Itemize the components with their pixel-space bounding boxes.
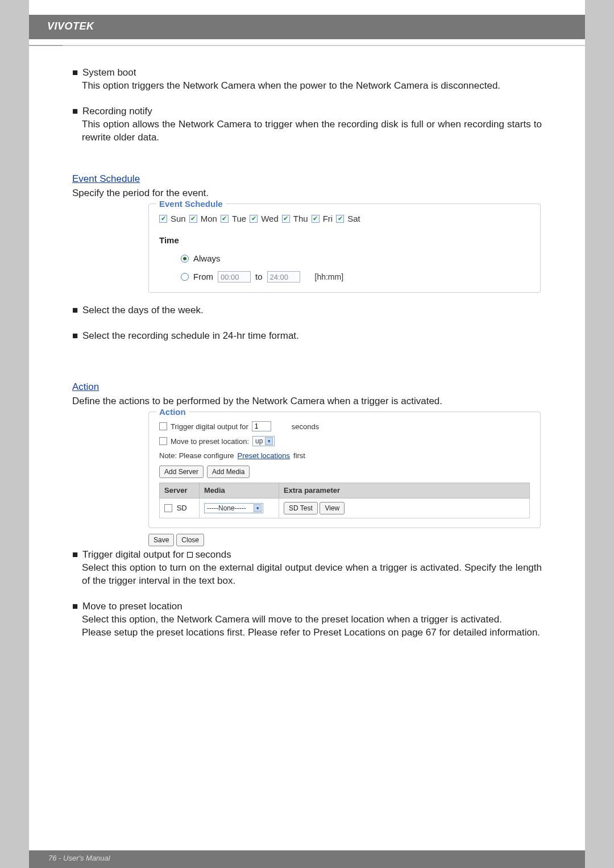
col-media: Media: [200, 483, 279, 499]
recording-notify-desc: This option allows the Network Camera to…: [82, 118, 542, 144]
trigger-output-label-a: Trigger digital output for: [171, 422, 248, 432]
checkbox-fri[interactable]: [312, 215, 320, 223]
row-media-value: -----None-----: [207, 504, 246, 513]
preset-note-b: first: [293, 451, 305, 461]
content-area: ■ System boot This option triggers the N…: [29, 46, 585, 639]
select-schedule-text: Select the recording schedule in 24-hr t…: [82, 330, 299, 343]
checkbox-sd[interactable]: [164, 504, 172, 512]
checkbox-trigger-output[interactable]: [159, 422, 167, 430]
save-close-row: Save Close: [148, 534, 542, 546]
action-heading: Action: [72, 381, 542, 394]
checkbox-sun[interactable]: [159, 215, 167, 223]
view-button[interactable]: View: [320, 502, 345, 514]
action-panel: Action Trigger digital output for second…: [148, 412, 541, 528]
sd-test-button[interactable]: SD Test: [284, 502, 318, 514]
event-schedule-legend: Event Schedule: [156, 198, 226, 210]
bullet-icon: ■: [72, 105, 78, 118]
to-label: to: [255, 271, 263, 283]
preset-locations-link[interactable]: Preset locations: [238, 451, 291, 461]
checkbox-mon[interactable]: [189, 215, 197, 223]
checkbox-tue[interactable]: [221, 215, 229, 223]
trigger-bullet-b: seconds: [195, 549, 231, 560]
footer-text: 76 - User's Manual: [48, 854, 110, 862]
close-button[interactable]: Close: [176, 534, 204, 546]
trigger-bullet-a: Trigger digital output for: [82, 549, 187, 560]
bullet-select-schedule: ■ Select the recording schedule in 24-hr…: [72, 330, 542, 343]
preset-note-a: Note: Please configure: [159, 451, 234, 461]
radio-always-row: Always: [181, 253, 530, 264]
move-bullet-desc-b: Please setup the preset locations first.…: [82, 626, 542, 639]
bullet-select-days: ■ Select the days of the week.: [72, 304, 542, 317]
radio-always[interactable]: [181, 255, 189, 263]
bullet-icon: ■: [72, 600, 78, 613]
add-server-button[interactable]: Add Server: [159, 466, 204, 478]
row-server-text: SD: [177, 504, 187, 512]
event-schedule-heading: Event Schedule: [72, 173, 542, 186]
day-sun: Sun: [171, 213, 186, 225]
bullet-recording-notify: ■ Recording notify This option allows th…: [72, 105, 542, 144]
trigger-output-row: Trigger digital output for seconds: [159, 421, 530, 431]
radio-from-row: From to [hh:mm]: [181, 271, 530, 283]
move-preset-label: Move to preset location:: [171, 437, 249, 447]
day-sat: Sat: [347, 213, 360, 225]
move-preset-row: Move to preset location: up ▾: [159, 436, 530, 446]
move-bullet-title: Move to preset location: [82, 600, 182, 613]
select-days-text: Select the days of the week.: [82, 304, 204, 317]
event-schedule-panel: Event Schedule Sun Mon Tue Wed Thu Fri S…: [148, 203, 541, 293]
time-label: Time: [159, 235, 530, 246]
action-table: Server Media Extra parameter SD -----: [159, 483, 530, 518]
bullet-system-boot: ■ System boot This option triggers the N…: [72, 67, 542, 93]
event-schedule-intro: Specify the period for the event.: [72, 187, 542, 200]
chevron-down-icon: ▾: [265, 437, 273, 445]
system-boot-title: System boot: [82, 67, 136, 80]
empty-box-icon: [187, 552, 193, 558]
day-tue: Tue: [232, 213, 246, 225]
page-footer: 76 - User's Manual: [29, 850, 585, 868]
day-fri: Fri: [323, 213, 333, 225]
move-preset-select[interactable]: up ▾: [252, 436, 275, 446]
checkbox-thu[interactable]: [282, 215, 290, 223]
add-media-button[interactable]: Add Media: [207, 466, 250, 478]
trigger-output-label-b: seconds: [292, 422, 319, 432]
system-boot-desc: This option triggers the Network Camera …: [82, 80, 542, 93]
radio-from[interactable]: [181, 273, 189, 281]
day-thu: Thu: [293, 213, 308, 225]
bullet-move-preset: ■ Move to preset location Select this op…: [72, 600, 542, 639]
preset-note-row: Note: Please configure Preset locations …: [159, 451, 530, 461]
checkbox-move-preset[interactable]: [159, 437, 167, 445]
radio-always-label: Always: [193, 253, 221, 264]
bullet-icon: ■: [72, 304, 78, 317]
bullet-trigger-output: ■ Trigger digital output for seconds Sel…: [72, 549, 542, 588]
trigger-output-seconds-input[interactable]: [252, 421, 271, 431]
bullet-icon: ■: [72, 549, 78, 562]
day-mon: Mon: [201, 213, 217, 225]
day-wed: Wed: [261, 213, 279, 225]
brand-header: VIVOTEK: [29, 15, 585, 39]
time-from-input[interactable]: [218, 271, 251, 283]
action-legend: Action: [156, 406, 189, 418]
add-buttons-row: Add Server Add Media: [159, 466, 530, 478]
save-button[interactable]: Save: [148, 534, 174, 546]
table-row: SD -----None----- ▾ SD Test View: [160, 498, 530, 518]
trigger-bullet-label: Trigger digital output for seconds: [82, 549, 231, 562]
col-extra: Extra parameter: [279, 483, 530, 499]
checkbox-sat[interactable]: [336, 215, 344, 223]
recording-notify-title: Recording notify: [82, 105, 152, 118]
checkbox-wed[interactable]: [250, 215, 258, 223]
time-to-input[interactable]: [267, 271, 300, 283]
chevron-down-icon: ▾: [254, 504, 262, 512]
action-intro: Define the actions to be performed by th…: [72, 395, 542, 408]
bullet-icon: ■: [72, 67, 78, 80]
time-format-hint: [hh:mm]: [315, 272, 344, 283]
col-server: Server: [160, 483, 200, 499]
brand-text: VIVOTEK: [47, 20, 94, 32]
move-preset-value: up: [255, 437, 263, 446]
row-media-select[interactable]: -----None----- ▾: [204, 503, 263, 513]
move-bullet-desc-a: Select this option, the Network Camera w…: [82, 613, 542, 626]
radio-from-label: From: [193, 271, 213, 283]
bullet-icon: ■: [72, 330, 78, 343]
trigger-bullet-desc: Select this option to turn on the extern…: [82, 562, 542, 588]
day-checkbox-row: Sun Mon Tue Wed Thu Fri Sat: [159, 213, 530, 225]
